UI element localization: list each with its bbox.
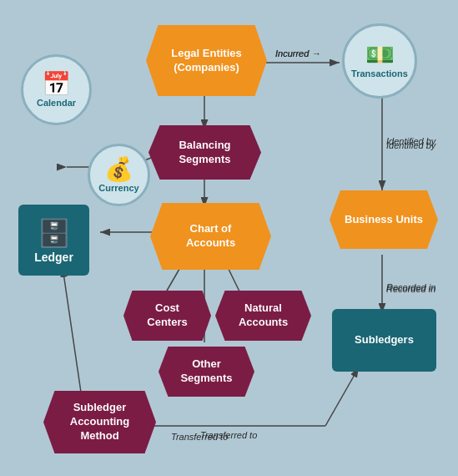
cost-centers-node: CostCenters bbox=[123, 291, 211, 341]
balancing-segments-node: BalancingSegments bbox=[148, 125, 261, 180]
currency-node: 💰 Currency bbox=[88, 144, 150, 206]
svg-line-12 bbox=[63, 267, 83, 409]
diagram: Incurred Identified by Recorded in Trans… bbox=[0, 0, 458, 476]
ledger-node: 🗄️ Ledger bbox=[18, 205, 89, 276]
transactions-icon: 💵 bbox=[365, 43, 395, 67]
recorded-in-arrow-label: Recorded in bbox=[386, 282, 435, 292]
other-segments-node: OtherSegments bbox=[159, 347, 254, 397]
calendar-icon: 📅 bbox=[42, 73, 71, 96]
subledger-accounting-node: SubledgerAccountingMethod bbox=[43, 391, 156, 453]
subledgers-node: Subledgers bbox=[332, 309, 436, 372]
legal-entities-node: Legal Entities(Companies) bbox=[146, 25, 267, 96]
calendar-node: 📅 Calendar bbox=[21, 54, 92, 125]
incurred-arrow-label: Incurred → bbox=[275, 48, 320, 58]
business-units-node: Business Units bbox=[330, 190, 438, 249]
natural-accounts-node: NaturalAccounts bbox=[215, 291, 311, 341]
identified-by-arrow-label: Identified by bbox=[386, 140, 435, 150]
ledger-icon: 🗄️ bbox=[38, 217, 71, 249]
transferred-to-arrow-label: Transferred to bbox=[171, 432, 228, 442]
svg-line-14 bbox=[325, 367, 359, 426]
transactions-node: 💵 Transactions bbox=[342, 23, 417, 99]
currency-icon: 💰 bbox=[104, 158, 133, 181]
chart-of-accounts-node: Chart ofAccounts bbox=[150, 203, 271, 270]
